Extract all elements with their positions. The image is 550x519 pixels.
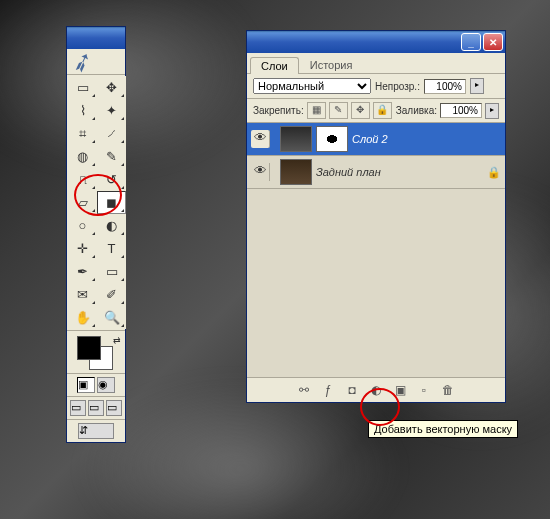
add-mask-button[interactable]: ◘ [343,382,361,398]
quickmask-mode-button[interactable]: ◉ [97,377,115,393]
tool-heal[interactable]: ◍ [68,145,97,168]
tab-history[interactable]: История [299,56,364,73]
panel-tabs: Слои История [247,53,505,74]
jump-to-imageready-button[interactable]: ⇵ [78,423,114,439]
mask-thumbnail[interactable] [316,126,348,152]
tool-brush[interactable]: ✎ [97,145,126,168]
toolbox-titlebar[interactable] [67,27,125,49]
tool-notes[interactable]: ✉ [68,283,97,306]
tool-crop[interactable]: ⌗ [68,122,97,145]
opacity-label: Непрозр.: [375,81,420,92]
opacity-value[interactable]: 100% [424,79,466,94]
foreground-swatch[interactable] [77,336,101,360]
tool-blur[interactable]: ○ [68,214,97,237]
tool-eyedrop[interactable]: ✐ [97,283,126,306]
lock-transparent-button[interactable]: ▦ [307,102,326,119]
tool-history[interactable]: ↺ [97,168,126,191]
fill-arrow-icon[interactable]: ▸ [485,103,499,119]
color-swatches: ⇄ [67,330,125,373]
lock-move-button[interactable]: ✥ [351,102,370,119]
tool-lasso[interactable]: ⌇ [68,99,97,122]
minimize-button[interactable]: _ [461,33,481,51]
tool-slice[interactable]: ⟋ [97,122,126,145]
group-button[interactable]: ▣ [391,382,409,398]
swap-colors-icon[interactable]: ⇄ [113,335,121,345]
screen-mode-3[interactable]: ▭ [106,400,122,416]
blend-row: Нормальный Непрозр.: 100% ▸ [247,74,505,98]
standard-mode-button[interactable]: ▣ [77,377,95,393]
adjustment-button[interactable]: ◐ [367,382,385,398]
tool-stamp[interactable]: ⎍ [68,168,97,191]
tool-move[interactable]: ✥ [97,76,126,99]
tooltip: Добавить векторную маску [368,420,518,438]
delete-button[interactable]: 🗑 [439,382,457,398]
layer-name: Слой 2 [352,133,388,145]
lock-paint-button[interactable]: ✎ [329,102,348,119]
screen-mode-1[interactable]: ▭ [70,400,86,416]
link-button[interactable]: ⚯ [295,382,313,398]
tool-shape[interactable]: ▭ [97,260,126,283]
layers-window: _ ✕ Слои История Нормальный Непрозр.: 10… [246,30,506,403]
fill-label: Заливка: [396,105,437,116]
layer-name: Задний план [316,166,381,178]
lock-icon: 🔒 [487,166,501,179]
layers-bottom-bar: ⚯ ƒ ◘ ◐ ▣ ▫ 🗑 [247,377,505,402]
layer-row[interactable]: 👁Задний план🔒 [247,156,505,189]
tool-hand[interactable]: ✋ [68,306,97,329]
tool-marquee[interactable]: ▭ [68,76,97,99]
layer-row[interactable]: 👁Слой 2 [247,123,505,156]
edit-mode-row: ▣ ◉ [67,373,125,396]
imageready-row: ⇵ [67,419,125,442]
fx-button[interactable]: ƒ [319,382,337,398]
lock-row: Закрепить: ▦ ✎ ✥ 🔒 Заливка: 100% ▸ [247,98,505,122]
lock-all-button[interactable]: 🔒 [373,102,392,119]
layers-titlebar[interactable]: _ ✕ [247,31,505,53]
tool-dodge[interactable]: ◐ [97,214,126,237]
tool-eraser[interactable]: ▱ [68,191,97,214]
tool-grid: ▭✥⌇✦⌗⟋◍✎⎍↺▱◼○◐✛T✒▭✉✐✋🔍 [67,75,125,330]
blend-mode-select[interactable]: Нормальный [253,78,371,94]
layer-thumbnail[interactable] [280,126,312,152]
toolbox-header: ➶ [67,49,125,75]
fill-value[interactable]: 100% [440,103,482,118]
tool-type[interactable]: T [97,237,126,260]
new-layer-button[interactable]: ▫ [415,382,433,398]
tool-path[interactable]: ✛ [68,237,97,260]
app-logo-icon: ➶ [67,49,98,75]
visibility-icon[interactable]: 👁 [251,163,270,181]
layer-list: 👁Слой 2👁Задний план🔒 [247,122,505,377]
opacity-arrow-icon[interactable]: ▸ [470,78,484,94]
close-button[interactable]: ✕ [483,33,503,51]
tool-pen[interactable]: ✒ [68,260,97,283]
visibility-icon[interactable]: 👁 [251,130,270,148]
tool-wand[interactable]: ✦ [97,99,126,122]
lock-label: Закрепить: [253,105,304,116]
tool-gradient[interactable]: ◼ [97,191,126,214]
tab-layers[interactable]: Слои [250,57,299,74]
screen-mode-2[interactable]: ▭ [88,400,104,416]
screen-mode-row: ▭ ▭ ▭ [67,396,125,419]
toolbox-window: ➶ ▭✥⌇✦⌗⟋◍✎⎍↺▱◼○◐✛T✒▭✉✐✋🔍 ⇄ ▣ ◉ ▭ ▭ ▭ ⇵ [66,26,126,443]
layer-thumbnail[interactable] [280,159,312,185]
tool-zoom[interactable]: 🔍 [97,306,126,329]
